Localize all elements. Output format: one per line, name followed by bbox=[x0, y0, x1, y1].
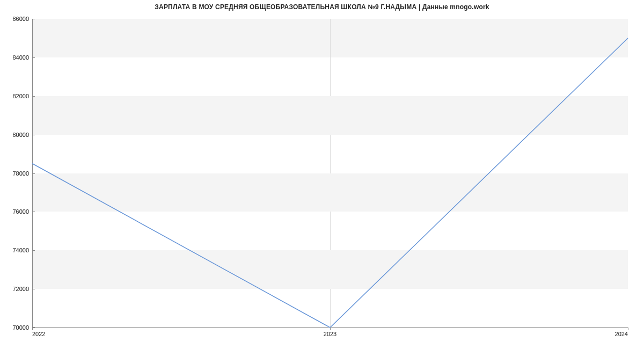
y-tick bbox=[32, 19, 35, 19]
y-tick bbox=[32, 57, 35, 58]
y-tick-label: 70000 bbox=[12, 324, 32, 331]
x-tick-label: 2023 bbox=[324, 328, 336, 337]
y-tick bbox=[32, 212, 35, 212]
x-tick-label: 2024 bbox=[615, 328, 628, 337]
y-tick-label: 72000 bbox=[12, 286, 32, 292]
y-tick-label: 78000 bbox=[12, 170, 32, 177]
y-tick bbox=[32, 96, 35, 97]
data-line bbox=[32, 19, 628, 328]
y-tick-label: 84000 bbox=[12, 54, 32, 61]
chart-title: ЗАРПЛАТА В МОУ СРЕДНЯЯ ОБЩЕОБРАЗОВАТЕЛЬН… bbox=[0, 3, 644, 11]
y-tick-label: 82000 bbox=[12, 93, 32, 99]
y-tick bbox=[32, 135, 35, 135]
y-tick-label: 76000 bbox=[12, 208, 32, 215]
y-tick bbox=[32, 250, 35, 251]
y-tick-label: 80000 bbox=[12, 132, 32, 138]
y-tick-label: 74000 bbox=[12, 247, 32, 253]
y-tick bbox=[32, 173, 35, 174]
y-tick-label: 86000 bbox=[12, 16, 32, 22]
y-tick bbox=[32, 289, 35, 289]
chart-container: ЗАРПЛАТА В МОУ СРЕДНЯЯ ОБЩЕОБРАЗОВАТЕЛЬН… bbox=[0, 0, 644, 349]
plot-area: 7000072000740007600078000800008200084000… bbox=[32, 19, 628, 328]
x-tick-label: 2022 bbox=[32, 328, 45, 337]
x-tick bbox=[628, 328, 628, 330]
